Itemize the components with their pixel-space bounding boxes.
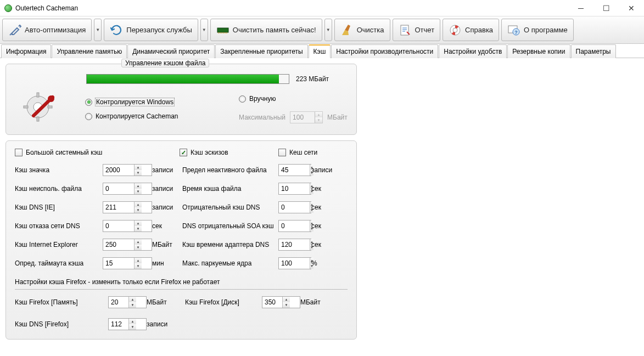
ram-icon	[216, 24, 229, 37]
unit-dns-ie: записи	[152, 204, 182, 211]
tab-info[interactable]: Информация	[1, 44, 51, 58]
about-icon: ?	[507, 24, 520, 37]
label-parked-cores: Макс. паркуемые ядра	[182, 259, 278, 267]
radio-windows-controlled[interactable]: Контролируется Windows	[85, 98, 222, 106]
about-button[interactable]: ? О программе	[501, 19, 574, 41]
firefox-note: Настройки кэша Firefox - изменить только…	[15, 278, 348, 286]
spinner-ff-disk[interactable]: ▲▼	[262, 296, 300, 308]
help-button[interactable]: Справка	[443, 19, 499, 41]
tab-memory-mgmt[interactable]: Управление памятью	[52, 44, 127, 58]
radio-windows-label: Контролируется Windows	[96, 98, 174, 106]
tab-comfort[interactable]: Настройки удобств	[439, 44, 507, 58]
label-adapter-dns: Кэш времени адаптера DNS	[182, 241, 278, 248]
clean-button[interactable]: Очистка	[334, 19, 390, 41]
tab-dynamic-priority[interactable]: Динамический приоритет	[127, 44, 215, 58]
main-toolbar: Авто-оптимизация ▼ Перезапуск службы ▼ О…	[0, 16, 644, 44]
file-cache-legend: Управление кэшом файла	[121, 59, 209, 67]
label-ie-cache: Кэш Internet Explorer	[15, 241, 103, 248]
check-thumbs-cache[interactable]: ✓ Кэш эскизов	[180, 149, 256, 156]
titlebar: Outertech Cacheman ─ ☐ ✕	[0, 0, 644, 16]
spinner-ff-mem[interactable]: ▲▼	[108, 296, 147, 308]
svg-rect-12	[24, 106, 28, 108]
app-icon	[4, 4, 12, 12]
unit-dns-soa: сек	[311, 222, 341, 230]
unit-ie-cache: МБайт	[152, 241, 182, 248]
label-dns-fail: Кэш отказа сети DNS	[15, 222, 103, 230]
svg-rect-0	[217, 28, 228, 32]
auto-optimize-button[interactable]: Авто-оптимизация	[2, 19, 92, 41]
cache-size-label: 223 МБайт	[296, 75, 329, 83]
unit-adapter-dns: сек	[311, 241, 341, 248]
spinner-dns-fail[interactable]: ▲▼	[103, 220, 152, 232]
unit-deadfile: записи	[311, 166, 341, 174]
spinner-filetime[interactable]: ▲▼	[278, 183, 311, 195]
spinner-icon-cache[interactable]: ▲▼	[103, 164, 152, 176]
spinner-deadfile[interactable]: ▲▼	[278, 164, 311, 176]
spinner-neg-dns[interactable]: ▲▼	[278, 201, 311, 213]
lifebuoy-icon	[449, 24, 462, 37]
divider	[15, 289, 348, 290]
clear-memory-dropdown[interactable]: ▼	[324, 19, 332, 41]
spinner-ie-cache[interactable]: ▲▼	[103, 239, 152, 251]
svg-rect-11	[37, 117, 39, 121]
label-cache-timeout: Опред. таймаута кэша	[15, 259, 103, 267]
syringe-icon	[8, 24, 21, 37]
help-label: Справка	[465, 26, 493, 34]
restart-service-button[interactable]: Перезапуск службы	[104, 19, 198, 41]
unit-parked-cores: %	[311, 259, 341, 267]
svg-rect-13	[48, 106, 52, 108]
tab-pinned-priorities[interactable]: Закрепленные приоритеты	[215, 44, 307, 58]
restart-icon	[110, 24, 123, 37]
max-unit: МБайт	[327, 114, 348, 121]
tab-params[interactable]: Параметры	[571, 44, 616, 58]
unit-ff-disk: МБайт	[300, 298, 328, 306]
radio-manual-label: Вручную	[249, 95, 276, 103]
minimize-button[interactable]: ─	[568, 0, 593, 16]
label-filetime: Время кэша файла	[182, 185, 278, 193]
radio-cacheman-label: Контролируется Cacheman	[96, 112, 178, 120]
restart-service-label: Перезапуск службы	[126, 26, 192, 34]
radio-dot-icon	[85, 99, 92, 106]
restart-dropdown[interactable]: ▼	[200, 19, 208, 41]
clean-label: Очистка	[357, 26, 384, 34]
report-button[interactable]: Отчет	[393, 19, 441, 41]
unit-ff-mem: МБайт	[147, 298, 185, 306]
unit-dns-fail: сек	[152, 222, 182, 230]
report-label: Отчет	[415, 26, 435, 34]
radio-cacheman-controlled[interactable]: Контролируется Cacheman	[85, 112, 222, 120]
report-icon	[399, 24, 412, 37]
label-deadfile: Предел неактивного файла	[182, 166, 278, 174]
spinner-parked-cores[interactable]: ▲▼	[278, 257, 311, 269]
spinner-unused-file[interactable]: ▲▼	[103, 183, 152, 195]
svg-point-14	[48, 95, 54, 102]
label-dns-soa: DNS отрицательный SOA кэш	[182, 222, 278, 230]
label-ff-disk: Кэш Firefox [Диск]	[185, 298, 262, 306]
spinner-cache-timeout[interactable]: ▲▼	[103, 257, 152, 269]
clear-memory-button[interactable]: Очистить память сейчас!	[210, 19, 322, 41]
cache-settings-panel: Большой системный кэш ✓ Кэш эскизов Кеш …	[5, 140, 357, 340]
checkbox-icon: ✓	[180, 149, 187, 156]
spinner-dns-soa[interactable]: ▲▼	[278, 220, 311, 232]
unit-filetime: сек	[311, 185, 341, 193]
check-net-cache[interactable]: Кеш сети	[278, 149, 317, 156]
clear-memory-label: Очистить память сейчас!	[233, 26, 316, 34]
checkbox-icon	[278, 149, 286, 156]
spinner-ff-dns[interactable]: ▲▼	[108, 318, 147, 330]
unit-ff-dns: записи	[147, 320, 185, 328]
radio-dot-icon	[239, 95, 246, 103]
spinner-dns-ie[interactable]: ▲▼	[103, 201, 152, 213]
check-big-system-cache[interactable]: Большой системный кэш	[15, 149, 158, 156]
svg-text:?: ?	[514, 30, 518, 35]
close-button[interactable]: ✕	[619, 0, 644, 16]
window-title: Outertech Cacheman	[15, 4, 78, 12]
label-icon-cache: Кэш значка	[15, 166, 103, 174]
tab-performance[interactable]: Настройки производительности	[331, 44, 438, 58]
about-label: О программе	[524, 26, 568, 34]
auto-optimize-dropdown[interactable]: ▼	[94, 19, 102, 41]
radio-manual[interactable]: Вручную	[239, 95, 348, 103]
cache-progressbar	[86, 74, 289, 84]
spinner-adapter-dns[interactable]: ▲▼	[278, 239, 311, 251]
tab-backup[interactable]: Резервные копии	[507, 44, 570, 58]
maximize-button[interactable]: ☐	[593, 0, 619, 16]
tab-cache[interactable]: Кэш	[309, 44, 331, 58]
